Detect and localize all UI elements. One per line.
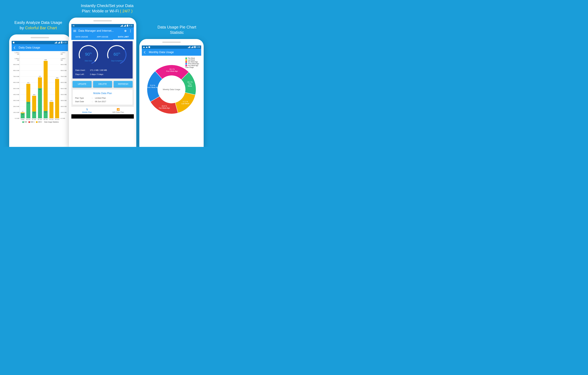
slice-label: 24.1 %Four Week Ago	[166, 68, 178, 72]
headline-center: Instantly Check/Set your Data Plan: Mobi…	[68, 3, 146, 14]
headline-center-line2-pre: Plan: Mobile or Wi-Fi	[82, 9, 120, 13]
headline-right-line2: Statistic	[170, 30, 184, 35]
status-bar: 4:32	[12, 41, 68, 44]
phone-speaker	[31, 37, 49, 38]
plan-start-label: Start Date	[75, 100, 92, 103]
headline-center-line1: Instantly Check/Set your Data	[81, 3, 134, 8]
bar-group: 658	[54, 53, 60, 118]
headline-left-line2-pre: by	[20, 26, 25, 30]
info-value: 2 days / 5 days	[90, 73, 103, 75]
warning-icon	[146, 46, 148, 48]
warning-icon	[143, 46, 145, 48]
headline-left: Easily Analyze Data Usage by Colorful Ba…	[13, 20, 63, 30]
bar-group: 274	[49, 53, 54, 118]
tab-app-usage[interactable]: APP USAGE	[92, 34, 113, 40]
donut-center-label: Weekly Data Usage	[163, 88, 180, 91]
daily-bar-chart: 0.0 MB0.0 MB100.0 MB100.0 MB200.0 MB200.…	[12, 51, 68, 124]
android-navbar	[71, 114, 134, 119]
mobile-plan-card: Mobile Data Plan Plan Type:Limited Plan …	[73, 90, 133, 105]
tab-data-limit[interactable]: DATA LIMIT	[113, 34, 134, 40]
battery-icon	[61, 42, 62, 43]
gauge-value: 60	[114, 52, 118, 57]
bottomnav-mobile-plan[interactable]: ⇅Mobile Plan	[71, 107, 103, 114]
legend-item: Two Week Ago	[188, 61, 198, 63]
transfer-icon: ⇅	[71, 108, 103, 111]
status-time: 4:31	[129, 25, 133, 27]
bar-group: 838122	[43, 53, 49, 118]
gauge-data-used: 90% Data Used	[77, 43, 100, 66]
status-bar: 4:31	[71, 24, 134, 27]
phone-center: 4:31 Data Manager and Internet... DATA U…	[69, 18, 136, 147]
headline-left-line1: Easily Analyze Data Usage	[14, 20, 62, 25]
phone-speaker	[162, 42, 181, 43]
app-bar: Daily Data Usage	[12, 44, 68, 51]
gauge-unit: %	[90, 52, 92, 54]
plan-type-value: Limited Plan	[95, 97, 106, 99]
update-button[interactable]: UPDATE	[73, 81, 92, 87]
back-icon[interactable]	[144, 51, 147, 54]
gauge-unit: %	[118, 52, 120, 54]
notification-icon	[13, 42, 14, 43]
bottomnav-label: Mobile Plan	[82, 111, 92, 113]
battery-charging-icon	[127, 25, 128, 27]
gauge-label: Data Used	[85, 60, 92, 62]
wifi-icon: 📶	[103, 108, 134, 111]
slice-label: 16.1 %This Week	[186, 81, 194, 87]
info-value: 171.1 MB / 190 MB	[90, 69, 107, 71]
bar-group: 181501	[37, 53, 43, 118]
signal-icon	[121, 25, 123, 27]
gauge-label: Days Completed	[111, 60, 123, 62]
slice-label: 20.8 %Two Week Ago	[159, 105, 170, 109]
plan-title: Mobile Data Plan	[75, 91, 130, 96]
headline-right: Data Usage Pie Chart Statistic	[148, 24, 206, 35]
plan-start-value: 06-Jun-2017	[95, 100, 106, 103]
bar-group: 1384	[20, 53, 26, 118]
signal-icon	[188, 46, 190, 48]
info-label: Days Left :	[75, 73, 90, 75]
headline-center-line2-accent: ( 24/7 )	[120, 9, 132, 13]
gauge-value: 90	[85, 52, 90, 57]
signal-icon-2	[124, 25, 126, 27]
donut-chart: Weekly Data Usage 16.1 %This Week17.1 %L…	[146, 63, 198, 115]
slice-label: 17.1 %Last Week	[181, 101, 189, 104]
legend-item: Last Week	[188, 59, 195, 61]
bar-group: 301274	[26, 53, 32, 118]
battery-icon	[194, 46, 196, 48]
refresh-button[interactable]: REFRESH	[114, 81, 133, 87]
slice-label: 21.8 %Three Week Ago	[146, 84, 159, 88]
delete-button[interactable]: DELETE	[93, 81, 112, 87]
signal-icon-2	[58, 42, 60, 43]
phone-speaker	[94, 20, 112, 21]
overflow-icon[interactable]	[129, 29, 132, 32]
info-label: Data Used :	[75, 69, 90, 71]
signal-icon	[55, 42, 57, 43]
signal-icon-2	[191, 46, 193, 48]
appbar-title: Monthly Data Usage	[149, 51, 199, 54]
app-bar: Monthly Data Usage	[142, 49, 201, 56]
gear-icon[interactable]	[124, 29, 127, 32]
tab-data-usage[interactable]: DATA USAGE	[71, 34, 92, 40]
back-icon[interactable]	[13, 46, 17, 49]
tabs: DATA USAGE APP USAGE DATA LIMIT	[71, 34, 134, 40]
phone-left: 4:32 Daily Data Usage 0.0 MB0.0 MB100.0 …	[9, 34, 70, 147]
notification-icon	[148, 46, 150, 48]
bottomnav-label: Wifi Data Plan	[112, 111, 124, 113]
appbar-title: Daily Data Usage	[19, 46, 66, 49]
app-bar: Data Manager and Internet...	[71, 27, 134, 34]
bar-group: 263112	[31, 53, 37, 118]
hamburger-icon[interactable]	[73, 29, 76, 32]
gauge-card: 90% Data Used 60% Days Completed Data Us…	[73, 41, 133, 79]
donut-chart-area: This Week Last Week Two Week Ago Three W…	[142, 56, 201, 118]
bottom-nav: ⇅Mobile Plan 📶Wifi Data Plan	[71, 107, 134, 114]
phone-right: 5:29 Monthly Data Usage This Week Last W…	[139, 39, 204, 147]
plan-type-label: Plan Type	[75, 97, 92, 99]
status-time: 5:29	[197, 46, 200, 48]
bottomnav-wifi-plan[interactable]: 📶Wifi Data Plan	[103, 107, 134, 114]
headline-left-line2-accent: Colorful Bar Chart	[25, 26, 57, 30]
headline-right-line1: Data Usage Pie Chart	[158, 25, 196, 29]
legend-item: This Week	[188, 57, 195, 59]
status-time: 4:32	[63, 41, 67, 44]
appbar-title: Data Manager and Internet...	[78, 29, 122, 32]
chart-legend: WifiSIM 1SIM 2Data Usage Statistics	[12, 120, 67, 123]
status-bar: 5:29	[142, 45, 201, 49]
